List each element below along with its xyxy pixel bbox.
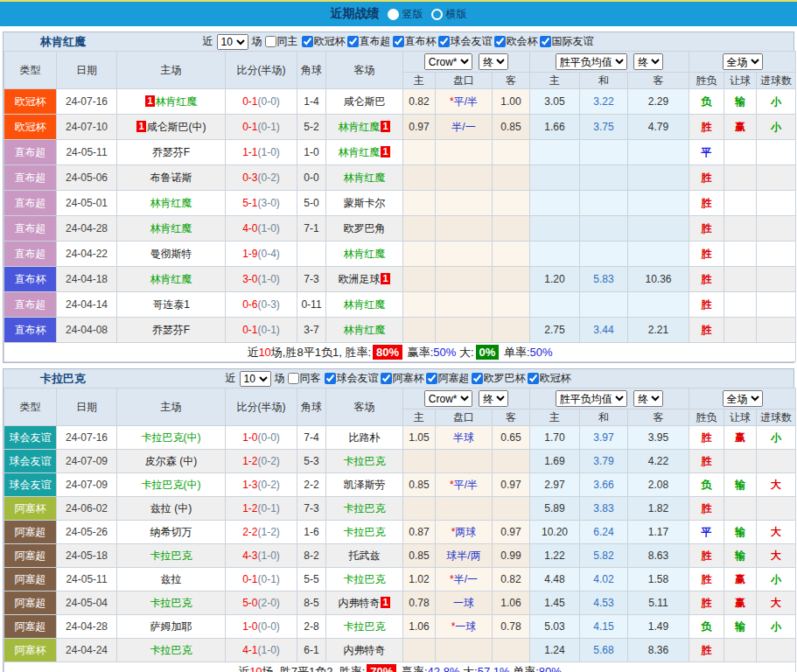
away-team-link[interactable]: 林肯红魔 xyxy=(338,121,380,133)
league-checkbox[interactable] xyxy=(426,373,437,384)
league-filter[interactable]: 球会友谊 xyxy=(325,371,379,386)
home-team-link[interactable]: 兹拉 xyxy=(161,573,182,585)
radio-vertical[interactable]: 竖版 xyxy=(388,7,423,22)
away-team-link[interactable]: 欧洲足球 xyxy=(338,273,380,285)
away-team-link[interactable]: 林肯红魔 xyxy=(344,248,386,260)
league-filter[interactable]: 欧罗巴杯 xyxy=(472,371,526,386)
league-filter[interactable]: 直布超 xyxy=(347,34,391,49)
match-date-cell: 24-07-16 xyxy=(57,426,117,450)
home-team-link[interactable]: 林肯红魔 xyxy=(150,273,192,285)
team-name[interactable]: 林肯红魔 xyxy=(40,34,86,50)
away-team-link[interactable]: 卡拉巴克 xyxy=(344,502,386,514)
away-team-link[interactable]: 咸仑斯巴 xyxy=(344,95,386,108)
team-section-home: 林肯红魔 近 10 场 同主 欧冠杯直布超直布杯球会友谊欧会杯国际友谊 xyxy=(3,32,794,363)
league-filter[interactable]: 球会友谊 xyxy=(438,34,493,49)
league-filter[interactable]: 阿塞超 xyxy=(426,371,470,386)
same-filter[interactable]: 同客 xyxy=(288,371,321,386)
league-filter[interactable]: 欧会杯 xyxy=(494,34,538,49)
away-team-link[interactable]: 内弗特奇 xyxy=(338,597,380,609)
odds-home-cell: 1.06 xyxy=(403,615,436,639)
radio-horizontal[interactable]: 横版 xyxy=(431,7,467,22)
league-checkbox[interactable] xyxy=(438,36,450,47)
home-team-link[interactable]: 布鲁诺斯 xyxy=(150,172,192,184)
away-team-link[interactable]: 托武兹 xyxy=(349,550,381,562)
odds-home-cell: 0.85 xyxy=(403,544,436,568)
league-checkbox[interactable] xyxy=(325,373,336,384)
radio-horizontal-icon[interactable] xyxy=(431,9,443,20)
home-team-link[interactable]: 皮尔森 (中) xyxy=(145,455,197,467)
home-team-link[interactable]: 乔瑟芬F xyxy=(152,146,190,158)
home-team-link[interactable]: 曼彻斯特 xyxy=(150,248,192,260)
away-team-link[interactable]: 林肯红魔 xyxy=(344,172,386,184)
league-checkbox[interactable] xyxy=(494,36,506,47)
summary-text: 近 xyxy=(247,346,258,359)
league-checkbox[interactable] xyxy=(472,373,483,384)
crow-select[interactable]: Crow* xyxy=(424,53,472,70)
league-checkbox[interactable] xyxy=(393,36,404,47)
match-row: 阿塞超24-05-18卡拉巴克4-3(1-0)8-2托武兹0.85球半/两0.9… xyxy=(4,544,796,568)
away-team-link[interactable]: 卡拉巴克 xyxy=(344,620,386,633)
home-team-link[interactable]: 乔瑟芬F xyxy=(152,324,190,336)
home-team-link[interactable]: 卡拉巴克 xyxy=(150,644,192,656)
home-team-link[interactable]: 咸仑斯巴(中) xyxy=(147,121,206,133)
near-count-select[interactable]: 10 xyxy=(217,34,248,50)
final-select-2[interactable]: 终 xyxy=(633,390,663,407)
home-team-link[interactable]: 卡拉巴克(中) xyxy=(142,479,201,491)
same-filter-checkbox[interactable] xyxy=(265,36,276,47)
radio-vertical-icon[interactable] xyxy=(388,9,399,20)
score-cell: 0-6(0-3) xyxy=(226,292,297,318)
crow-select[interactable]: Crow* xyxy=(424,390,472,407)
avg-select[interactable]: 胜平负均值 xyxy=(556,390,627,407)
same-filter-checkbox[interactable] xyxy=(288,373,299,384)
away-team-link[interactable]: 林肯红魔 xyxy=(338,146,380,158)
match-type-cell: 直布超 xyxy=(4,191,57,216)
home-team-link[interactable]: 林肯红魔 xyxy=(156,95,198,108)
final-select-2[interactable]: 终 xyxy=(633,53,663,70)
match-date-cell: 24-04-14 xyxy=(57,292,117,318)
away-team-link[interactable]: 欧罗巴角 xyxy=(344,222,386,234)
home-team-cell: 布鲁诺斯 xyxy=(117,165,226,191)
final-select[interactable]: 终 xyxy=(479,390,508,407)
home-team-link[interactable]: 兹拉 (中) xyxy=(150,502,192,514)
away-team-link[interactable]: 卡拉巴克 xyxy=(344,573,386,585)
same-filter[interactable]: 同主 xyxy=(265,34,298,49)
away-team-link[interactable]: 凯泽斯劳 xyxy=(344,479,386,491)
away-team-link[interactable]: 林肯红魔 xyxy=(344,298,386,311)
match-row: 球会友谊24-07-09皮尔森 (中)1-2(0-2)5-3卡拉巴克1.693.… xyxy=(4,450,796,473)
league-filter[interactable]: 欧冠杯 xyxy=(302,34,346,49)
final-select[interactable]: 终 xyxy=(479,53,508,70)
league-filter[interactable]: 直布杯 xyxy=(393,34,437,49)
avg-away-cell: 3.95 xyxy=(628,426,689,450)
league-checkbox[interactable] xyxy=(347,36,359,47)
home-team-link[interactable]: 卡拉巴克 xyxy=(150,550,192,562)
league-filter[interactable]: 欧冠杯 xyxy=(528,371,571,386)
away-team-link[interactable]: 比路朴 xyxy=(349,431,381,444)
league-filter[interactable]: 国际友谊 xyxy=(540,34,594,49)
home-team-link[interactable]: 卡拉巴克 xyxy=(150,597,192,609)
league-filter[interactable]: 阿塞杯 xyxy=(381,371,424,386)
fullmatch-select[interactable]: 全场 xyxy=(723,53,763,70)
league-checkbox[interactable] xyxy=(302,36,313,47)
away-team-link[interactable]: 卡拉巴克 xyxy=(344,455,386,467)
league-checkbox[interactable] xyxy=(540,36,551,47)
team-name[interactable]: 卡拉巴克 xyxy=(40,371,86,387)
fullmatch-select[interactable]: 全场 xyxy=(723,390,763,407)
league-checkbox[interactable] xyxy=(528,373,539,384)
avg-draw-cell: 3.22 xyxy=(580,89,628,115)
away-team-link[interactable]: 内弗特奇 xyxy=(344,644,386,656)
home-team-link[interactable]: 卡拉巴克(中) xyxy=(142,431,201,444)
away-team-link[interactable]: 林肯红魔 xyxy=(344,324,386,336)
home-team-link[interactable]: 萨姆加耶 xyxy=(150,620,192,633)
near-count-select[interactable]: 10 xyxy=(240,371,271,387)
handicap-result-cell: 赢 xyxy=(724,592,757,615)
league-checkbox[interactable] xyxy=(381,373,392,384)
home-team-link[interactable]: 纳希切万 xyxy=(150,526,192,538)
wdl-result-cell: 胜 xyxy=(689,165,724,191)
home-team-link[interactable]: 哥连泰1 xyxy=(152,298,190,311)
avg-select[interactable]: 胜平负均值 xyxy=(556,53,627,70)
home-team-link[interactable]: 林肯红魔 xyxy=(150,197,192,209)
home-team-link[interactable]: 林肯红魔 xyxy=(150,222,192,234)
away-team-link[interactable]: 蒙斯卡尔 xyxy=(344,197,386,209)
home-team-cell: 1林肯红魔 xyxy=(117,89,226,115)
away-team-link[interactable]: 卡拉巴克 xyxy=(344,526,386,538)
